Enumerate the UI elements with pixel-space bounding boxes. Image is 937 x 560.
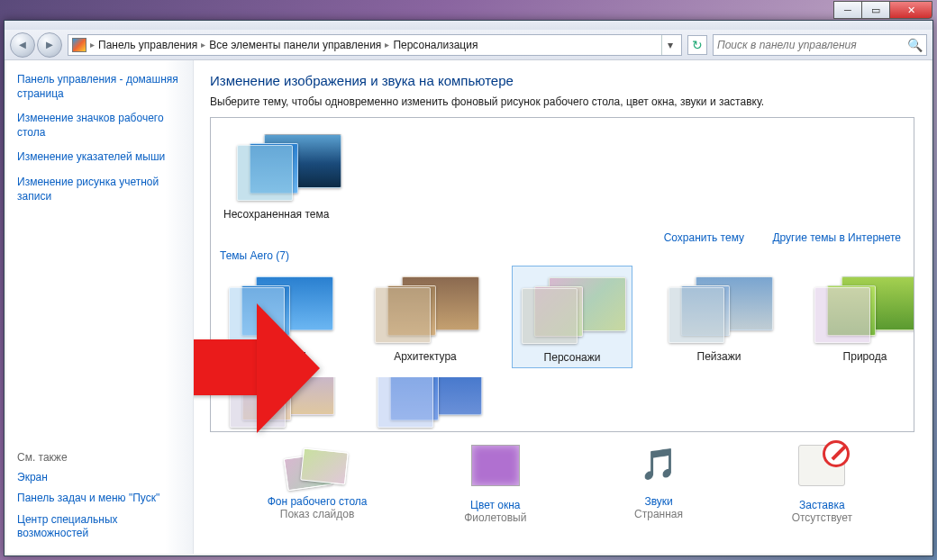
sidebar-link-desktop-icons[interactable]: Изменение значков рабочего стола bbox=[17, 112, 182, 140]
footer-link: Заставка bbox=[787, 499, 857, 511]
see-also-taskbar[interactable]: Панель задач и меню "Пуск" bbox=[17, 492, 182, 506]
minimize-button[interactable]: ─ bbox=[833, 1, 862, 19]
sidebar-link-account-picture[interactable]: Изменение рисунка учетной записи bbox=[17, 176, 182, 203]
page-description: Выберите тему, чтобы одновременно измени… bbox=[210, 95, 914, 108]
navigation-toolbar: ◄ ► ▸ Панель управления ▸ Все элементы п… bbox=[5, 30, 932, 60]
breadcrumb-item[interactable]: Персонализация bbox=[393, 39, 478, 51]
search-box[interactable]: 🔍 bbox=[713, 34, 927, 56]
see-also-accessibility[interactable]: Центр специальных возможностей bbox=[17, 513, 182, 541]
sounds-icon: 🎵 bbox=[623, 441, 694, 492]
sounds-button[interactable]: 🎵 Звуки Странная bbox=[623, 441, 694, 524]
color-swatch-icon bbox=[471, 445, 520, 486]
theme-item[interactable] bbox=[368, 374, 488, 432]
see-also-label: См. также bbox=[17, 451, 182, 464]
page-title: Изменение изображения и звука на компьют… bbox=[210, 73, 914, 88]
more-themes-link[interactable]: Другие темы в Интернете bbox=[772, 231, 901, 244]
window-color-button[interactable]: Цвет окна Фиолетовый bbox=[460, 441, 531, 524]
save-theme-link[interactable]: Сохранить тему bbox=[664, 231, 744, 244]
sidebar: Панель управления - домашняя страница Из… bbox=[6, 60, 194, 554]
breadcrumb-item[interactable]: Все элементы панели управления bbox=[209, 39, 381, 51]
address-dropdown[interactable]: ▾ bbox=[661, 35, 678, 55]
desktop-background-button[interactable]: Фон рабочего стола Показ слайдов bbox=[268, 441, 368, 524]
theme-item-selected[interactable]: Персонажи bbox=[512, 266, 632, 368]
footer-link: Звуки bbox=[623, 495, 694, 508]
sidebar-link-mouse-pointers[interactable]: Изменение указателей мыши bbox=[17, 150, 182, 165]
theme-item[interactable]: Природа bbox=[805, 266, 914, 368]
footer-link: Фон рабочего стола bbox=[268, 495, 368, 508]
forward-button[interactable]: ► bbox=[37, 32, 62, 58]
main-content: Изменение изображения и звука на компьют… bbox=[194, 60, 931, 554]
address-bar[interactable]: ▸ Панель управления ▸ Все элементы панел… bbox=[68, 34, 682, 56]
theme-unsaved[interactable]: Несохраненная тема bbox=[220, 123, 355, 224]
theme-label: Природа bbox=[809, 350, 914, 363]
footer-link: Цвет окна bbox=[460, 499, 531, 511]
theme-label: Архитектура bbox=[369, 350, 481, 363]
theme-item[interactable]: Пейзажи bbox=[660, 266, 778, 368]
footer-value: Странная bbox=[634, 508, 683, 520]
sidebar-link-home[interactable]: Панель управления - домашняя страница bbox=[17, 73, 182, 101]
chevron-right-icon[interactable]: ▸ bbox=[90, 40, 95, 50]
chevron-right-icon[interactable]: ▸ bbox=[385, 40, 389, 50]
see-also-display[interactable]: Экран bbox=[17, 471, 182, 485]
personalization-footer: Фон рабочего стола Показ слайдов Цвет ок… bbox=[210, 432, 914, 524]
search-input[interactable] bbox=[717, 39, 907, 51]
screensaver-none-icon bbox=[798, 445, 845, 486]
footer-value: Фиолетовый bbox=[464, 511, 526, 524]
breadcrumb-item[interactable]: Панель управления bbox=[98, 39, 197, 51]
screensaver-button[interactable]: Заставка Отсутствует bbox=[787, 441, 857, 524]
back-button[interactable]: ◄ bbox=[10, 32, 35, 58]
maximize-button[interactable]: ▭ bbox=[861, 1, 890, 19]
theme-label: Персонажи bbox=[516, 351, 628, 364]
theme-label: Пейзажи bbox=[663, 350, 775, 363]
refresh-button[interactable]: ↻ bbox=[687, 35, 707, 55]
footer-value: Отсутствует bbox=[792, 511, 852, 524]
aero-group-label: Темы Aero (7) bbox=[220, 249, 905, 262]
control-panel-icon bbox=[72, 38, 86, 52]
search-icon[interactable]: 🔍 bbox=[907, 38, 923, 52]
chevron-right-icon[interactable]: ▸ bbox=[201, 40, 205, 50]
annotation-arrow bbox=[194, 339, 257, 395]
close-button[interactable]: ✕ bbox=[889, 1, 932, 19]
personalization-window: ─ ▭ ✕ ◄ ► ▸ Панель управления ▸ Все элем… bbox=[4, 20, 933, 556]
footer-value: Показ слайдов bbox=[280, 508, 355, 520]
annotation-arrow-head bbox=[257, 303, 320, 433]
theme-item[interactable]: Архитектура bbox=[366, 266, 485, 368]
titlebar[interactable] bbox=[5, 21, 932, 30]
theme-label: Несохраненная тема bbox=[223, 208, 351, 221]
